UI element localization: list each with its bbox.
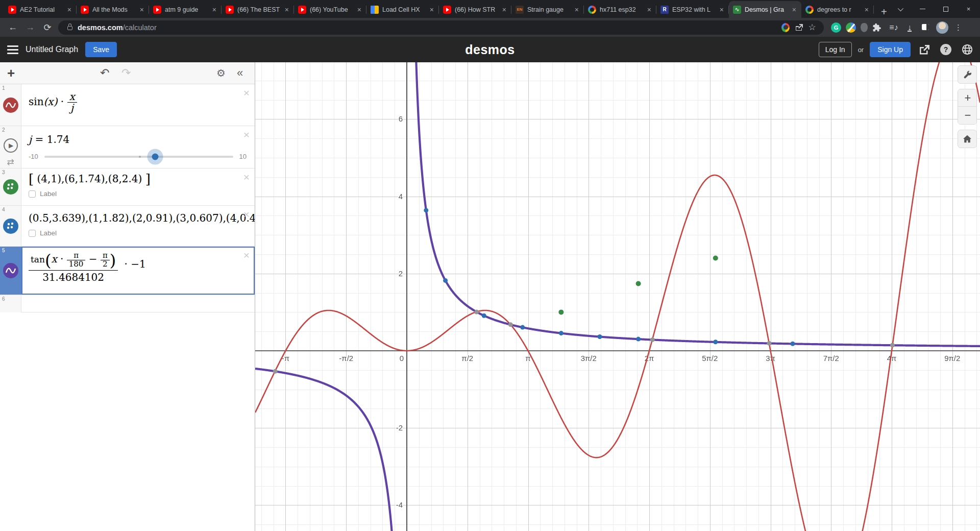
colorful-extension-icon[interactable] (846, 22, 856, 33)
back-button[interactable]: ← (4, 20, 21, 35)
download-icon[interactable]: ↓ (904, 23, 915, 32)
expression-input-4[interactable]: (0.5,3.639),(1,1.82),(2,0.91),(3,0.607),… (21, 206, 255, 246)
browser-tab[interactable]: Load Cell HX× (366, 1, 439, 18)
browser-tab-bar: AE2 Tutorial×All the Mods×atm 9 guide×(6… (0, 0, 980, 18)
browser-tab[interactable]: ENStrain gauge× (511, 1, 584, 18)
zoom-out-button[interactable]: − (958, 107, 977, 124)
tab-strip: AE2 Tutorial×All the Mods×atm 9 guide×(6… (0, 0, 874, 18)
browser-tab[interactable]: hx711 esp32× (584, 1, 656, 18)
curve-color-icon[interactable] (3, 263, 18, 278)
points-color-icon[interactable] (3, 179, 18, 195)
tab-close-icon[interactable]: × (284, 6, 290, 14)
points-color-icon[interactable] (3, 219, 18, 234)
youtube-favicon-icon (8, 6, 16, 14)
minimize-button[interactable] (911, 0, 934, 18)
edit-list-gear-icon[interactable]: ⚙ (216, 67, 226, 79)
label-checkbox[interactable] (29, 230, 36, 237)
expression-gutter-1: 1 (0, 84, 21, 126)
help-icon[interactable]: ? (938, 42, 953, 57)
redo-button[interactable]: ↷ (121, 66, 131, 80)
curve-color-icon[interactable] (3, 98, 18, 113)
slider-loop-icon[interactable]: ⇄ (7, 157, 14, 167)
save-button[interactable]: Save (85, 42, 117, 57)
add-expression-button[interactable]: + (0, 65, 22, 81)
tab-close-icon[interactable]: × (501, 6, 507, 14)
browser-tab[interactable]: degrees to r× (801, 1, 874, 18)
tab-close-icon[interactable]: × (791, 6, 797, 14)
tab-close-icon[interactable]: × (864, 6, 870, 14)
expression-row-3: 3 [ (4,1),(6,1.74),(8,2.4) ] Label × (0, 168, 255, 206)
undo-button[interactable]: ↶ (100, 66, 109, 80)
delete-expression-icon[interactable]: × (243, 129, 250, 140)
browser-tab[interactable]: (66) The BEST× (222, 1, 294, 18)
log-in-button[interactable]: Log In (819, 42, 852, 57)
slider-min[interactable]: -10 (29, 153, 38, 160)
tab-close-icon[interactable]: × (139, 6, 145, 14)
slider-track[interactable] (44, 156, 233, 158)
google-icon[interactable] (779, 23, 792, 32)
browser-tab[interactable]: RESP32 with L× (656, 1, 729, 18)
graph-controls: + − (958, 65, 977, 148)
expression-gutter-6: 6 (0, 295, 21, 312)
graph-title[interactable]: Untitled Graph (26, 45, 78, 54)
browser-menu-kebab-icon[interactable]: ⋮ (948, 23, 967, 32)
tab-close-icon[interactable]: × (66, 6, 72, 14)
expression-row-2: 2 ▶ ⇄ j = 1.74 -10 10 × (0, 126, 255, 168)
extensions-puzzle-icon[interactable] (872, 23, 884, 32)
bug-extension-icon[interactable] (861, 23, 868, 32)
share-graph-icon[interactable] (917, 42, 932, 57)
browser-tab[interactable]: All the Mods× (77, 1, 149, 18)
expression-input-6[interactable] (21, 295, 255, 312)
tab-close-icon[interactable]: × (719, 6, 725, 14)
graph-canvas[interactable] (255, 62, 980, 531)
row-index: 6 (2, 296, 5, 302)
grammarly-icon[interactable]: G (831, 22, 841, 33)
playlist-icon[interactable]: ≡♪ (888, 23, 899, 32)
default-zoom-home-icon[interactable] (958, 130, 977, 148)
expression-gutter-2: 2 ▶ ⇄ (0, 126, 21, 168)
tab-close-icon[interactable]: × (574, 6, 580, 14)
zoom-in-button[interactable]: + (958, 89, 977, 107)
maximize-button[interactable] (934, 0, 957, 18)
delete-expression-icon[interactable]: × (243, 172, 250, 182)
expression-input-1[interactable]: sin(x) · xj × (21, 84, 255, 126)
browser-tab[interactable]: (66) YouTube× (294, 1, 366, 18)
delete-expression-icon[interactable]: × (243, 250, 250, 260)
profile-avatar[interactable] (936, 21, 948, 34)
browser-tab[interactable]: (66) How STR× (439, 1, 511, 18)
tab-close-icon[interactable]: × (646, 6, 652, 14)
label-checkbox[interactable] (29, 190, 36, 198)
tab-search-chevron-icon[interactable] (888, 0, 911, 18)
close-button[interactable]: × (957, 0, 980, 18)
browser-tab[interactable]: atm 9 guide× (149, 1, 222, 18)
expression-panel: + ↶ ↷ ⚙ « 1 sin(x) · xj × 2 ▶ ⇄ j = 1.74 (0, 62, 255, 531)
tab-close-icon[interactable]: × (429, 6, 435, 14)
label-checkbox-text: Label (40, 229, 57, 237)
collapse-panel-button[interactable]: « (237, 66, 243, 80)
slider-handle[interactable] (152, 153, 158, 160)
tab-close-icon[interactable]: × (211, 6, 217, 14)
expression-input-5[interactable]: tan(x · π180 − π2) 31.4684102 · −1 × (21, 247, 255, 295)
expression-input-3[interactable]: [ (4,1),(6,1.74),(8,2.4) ] Label × (21, 168, 255, 205)
play-slider-icon[interactable]: ▶ (4, 138, 18, 153)
tab-close-icon[interactable]: × (356, 6, 362, 14)
graph-settings-wrench-icon[interactable] (958, 65, 977, 84)
tab-title: (66) YouTube (310, 6, 353, 13)
side-panel-icon[interactable] (920, 23, 931, 32)
hamburger-menu-icon[interactable] (7, 45, 18, 54)
browser-tab[interactable]: ∿Desmos | Gra× (729, 1, 801, 18)
forward-button[interactable]: → (21, 20, 39, 35)
label-checkbox-text: Label (40, 190, 57, 198)
share-icon[interactable] (792, 23, 805, 31)
bookmark-star-icon[interactable]: ☆ (805, 22, 819, 33)
window-controls: × (888, 0, 980, 18)
delete-expression-icon[interactable]: × (243, 87, 250, 98)
browser-tab[interactable]: AE2 Tutorial× (4, 1, 77, 18)
delete-expression-icon[interactable]: × (243, 209, 250, 220)
sign-up-button[interactable]: Sign Up (870, 42, 911, 57)
language-globe-icon[interactable] (960, 42, 975, 57)
slider-max[interactable]: 10 (239, 153, 247, 160)
expression-input-2[interactable]: j = 1.74 -10 10 × (21, 126, 255, 168)
url-bar[interactable]: desmos.com/calculator ☆ (58, 20, 824, 35)
reload-button[interactable]: ⟳ (39, 20, 56, 35)
